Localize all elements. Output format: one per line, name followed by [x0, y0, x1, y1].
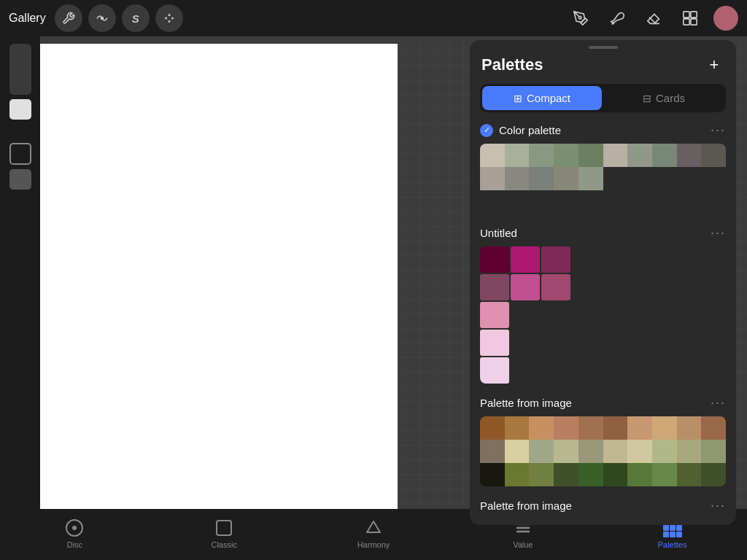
shape-tool[interactable] [9, 143, 31, 165]
brush-size-slider[interactable] [9, 44, 31, 95]
wrench-button[interactable] [55, 4, 82, 32]
tab-compact[interactable]: ⊞ Compact [482, 86, 602, 110]
tab-cards[interactable]: ⊟ Cards [604, 86, 724, 110]
color-cell[interactable] [554, 167, 578, 190]
color-cell[interactable] [529, 144, 554, 167]
color-cell[interactable] [480, 440, 505, 463]
canvas-white[interactable] [40, 44, 398, 560]
color-cell[interactable] [480, 463, 505, 486]
color-cell[interactable] [541, 302, 570, 328]
color-cell[interactable] [480, 274, 509, 300]
color-cell[interactable] [541, 330, 570, 356]
color-cell[interactable] [677, 144, 702, 167]
palette-menu-image2[interactable]: ··· [711, 498, 726, 513]
color-grid-untitled[interactable] [480, 246, 726, 384]
color-cell[interactable] [480, 302, 509, 328]
pen-tool-icon[interactable] [568, 5, 594, 31]
color-cell[interactable] [511, 246, 540, 273]
color-cell[interactable] [505, 440, 530, 463]
color-cell[interactable] [505, 144, 530, 167]
value-label: Value [513, 540, 533, 549]
color-cell[interactable] [505, 167, 530, 190]
color-cell[interactable] [701, 144, 726, 167]
color-cell[interactable] [627, 416, 652, 440]
brush-tool-icon[interactable] [604, 5, 630, 31]
color-cell[interactable] [505, 416, 530, 440]
palette-check-color[interactable]: ✓ [480, 124, 493, 137]
color-grid-color[interactable] [480, 144, 726, 214]
harmony-label: Harmony [357, 540, 390, 549]
color-cell[interactable] [480, 416, 505, 440]
color-cell[interactable] [554, 416, 578, 440]
color-cell[interactable] [529, 440, 554, 463]
color-cell[interactable] [480, 144, 505, 167]
color-cell[interactable] [701, 416, 726, 440]
left-sidebar: ↩ ↪ [0, 36, 40, 560]
opacity-slider[interactable] [9, 169, 31, 190]
nav-item-disc[interactable]: Disc [0, 518, 150, 549]
disc-icon [64, 518, 85, 538]
color-cell[interactable] [529, 416, 554, 440]
color-cell[interactable] [578, 463, 603, 486]
selection-button[interactable]: S [122, 4, 150, 32]
color-cell[interactable] [578, 144, 603, 167]
color-cell[interactable] [541, 274, 570, 300]
palette-menu-color[interactable]: ··· [711, 122, 726, 138]
layers-icon[interactable] [677, 5, 703, 31]
palette-section-color: ✓ Color palette ··· [480, 122, 726, 214]
color-cell[interactable] [541, 357, 570, 384]
color-cell[interactable] [554, 463, 578, 486]
nav-item-harmony[interactable]: Harmony [299, 518, 449, 549]
avatar[interactable] [713, 6, 738, 31]
color-cell[interactable] [578, 416, 603, 440]
palette-name-image1: Palette from image [480, 397, 572, 409]
color-cell[interactable] [511, 357, 540, 384]
color-preview[interactable] [9, 99, 31, 120]
add-palette-button[interactable]: + [704, 55, 724, 75]
palette-menu-untitled[interactable]: ··· [711, 225, 726, 241]
color-cell[interactable] [529, 463, 554, 486]
color-cell[interactable] [603, 440, 628, 463]
palette-section-image2: Palette from image ··· [480, 498, 726, 513]
color-cell[interactable] [652, 463, 677, 486]
color-cell[interactable] [554, 144, 578, 167]
color-cell[interactable] [578, 440, 603, 463]
color-cell[interactable] [480, 167, 505, 190]
color-cell[interactable] [603, 144, 628, 167]
color-cell[interactable] [511, 302, 540, 328]
color-cell[interactable] [627, 463, 652, 486]
color-cell[interactable] [541, 246, 570, 273]
color-cell[interactable] [480, 246, 509, 273]
svg-point-0 [100, 17, 104, 20]
color-cell[interactable] [677, 463, 702, 486]
color-cell[interactable] [511, 274, 540, 300]
color-cell[interactable] [529, 167, 554, 190]
color-cell[interactable] [505, 463, 530, 486]
color-cell[interactable] [578, 167, 603, 190]
color-cell[interactable] [701, 440, 726, 463]
color-cell[interactable] [603, 463, 628, 486]
color-cell[interactable] [480, 330, 509, 356]
transform-button[interactable] [155, 4, 183, 32]
color-cell[interactable] [652, 440, 677, 463]
color-cell[interactable] [480, 357, 509, 384]
color-cell[interactable] [554, 440, 578, 463]
nav-item-classic[interactable]: Classic [150, 518, 299, 549]
color-cell[interactable] [701, 463, 726, 486]
color-cell[interactable] [511, 330, 540, 356]
gallery-button[interactable]: Gallery [9, 12, 46, 25]
svg-point-1 [578, 16, 581, 19]
color-cell[interactable] [627, 440, 652, 463]
color-cell[interactable] [677, 440, 702, 463]
color-cell[interactable] [677, 416, 702, 440]
color-cell[interactable] [603, 416, 628, 440]
color-cell[interactable] [627, 144, 652, 167]
color-cell[interactable] [652, 416, 677, 440]
eraser-tool-icon[interactable] [640, 5, 667, 31]
color-cell[interactable] [652, 144, 677, 167]
color-grid-image1[interactable] [480, 416, 726, 486]
palette-menu-image1[interactable]: ··· [711, 395, 726, 411]
smudge-button[interactable] [88, 4, 116, 32]
palette-label-row-untitled: Untitled [480, 227, 517, 239]
panel-title: Palettes [481, 55, 543, 74]
